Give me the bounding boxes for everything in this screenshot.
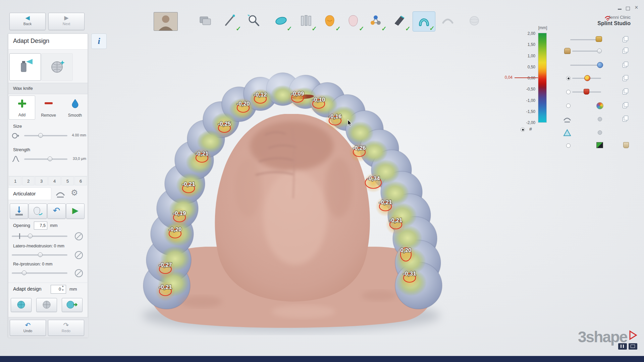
copy-icon[interactable] (623, 75, 629, 81)
colormap-sphere-icon[interactable] (596, 102, 603, 109)
step-gingiva[interactable]: ✓ (342, 11, 365, 32)
measurement-label: -0,21 (182, 181, 195, 187)
surface-tool-button[interactable] (41, 53, 73, 81)
latero-slider-knob[interactable] (38, 252, 43, 257)
play-articulation-button[interactable]: ▶ (66, 203, 85, 219)
legend-hash: # (529, 126, 532, 132)
articulator-visibility-icon[interactable] (563, 115, 572, 123)
material-icon[interactable] (623, 142, 629, 148)
preset-row: 1 2 3 4 5 6 (8, 176, 88, 185)
check-icon: ✓ (381, 25, 387, 33)
step-connectors[interactable]: ✓ (364, 11, 387, 32)
preset-4-button[interactable]: 4 (48, 176, 61, 185)
step-block-out[interactable]: ✓ (388, 11, 411, 32)
step-insertion-direction[interactable]: ✓ (294, 11, 317, 32)
strength-slider-track[interactable] (24, 159, 67, 160)
opening-disable-button[interactable] (75, 232, 83, 240)
smooth-button[interactable]: Smooth (62, 96, 88, 120)
copy-icon[interactable] (623, 116, 629, 122)
remove-button[interactable]: Remove (35, 96, 62, 120)
articulator-settings-gear-icon[interactable]: ⚙ (71, 188, 78, 197)
insertion-toggle-dot[interactable] (598, 130, 602, 135)
reset-articulation-button[interactable]: ↶ (47, 203, 66, 219)
copy-icon[interactable] (623, 48, 629, 54)
colormap-layer-radio[interactable] (566, 104, 571, 108)
texture-icon[interactable] (596, 142, 603, 148)
penetration-layer-radio[interactable] (566, 90, 571, 94)
step-export[interactable] (463, 11, 486, 32)
step-annotate-model[interactable]: ✓ (270, 11, 292, 32)
adapt-spin-up-icon[interactable]: ▴ (62, 284, 64, 288)
penetration-opacity-knob[interactable] (584, 89, 589, 95)
articulator-icon[interactable] (55, 189, 66, 199)
articulator-toggle-dot[interactable] (598, 117, 602, 121)
media-pause-button[interactable] (618, 343, 627, 350)
latero-disable-button[interactable] (75, 251, 83, 259)
opening-input[interactable] (34, 222, 47, 230)
measurement-label: -0,27 (159, 262, 172, 268)
step-design-surface[interactable]: ✓ (318, 11, 341, 32)
minimize-button[interactable] (618, 9, 622, 10)
3d-viewport[interactable]: -0,12-0,09-0,10-0,20-0,16-0,25-0,26-0,21… (0, 0, 644, 362)
preset-6-button[interactable]: 6 (74, 176, 87, 185)
step-prepare-scans[interactable] (194, 11, 217, 32)
adapt-spin-down-icon[interactable]: ▾ (62, 288, 64, 292)
opening-label: Opening (13, 223, 30, 228)
scan-opacity-track[interactable] (570, 65, 601, 66)
patient-photo[interactable] (154, 12, 178, 31)
size-slider-track[interactable] (24, 135, 67, 136)
info-button[interactable]: i (91, 34, 107, 49)
step-finalize[interactable] (436, 11, 459, 32)
preset-3-button[interactable]: 3 (35, 176, 48, 185)
size-slider-knob[interactable] (38, 133, 43, 138)
protrusion-disable-button[interactable] (75, 269, 83, 277)
copy-icon[interactable] (623, 36, 629, 43)
simulate-contacts-button[interactable] (29, 203, 47, 219)
copy-icon[interactable] (623, 88, 629, 95)
step-scan-probe[interactable]: ✓ (219, 11, 241, 32)
step-analyze[interactable] (243, 11, 265, 32)
splint-opacity-knob[interactable] (596, 36, 602, 42)
contacts-layer-radio[interactable] (566, 76, 571, 80)
measurement-label: -0,19 (173, 210, 186, 217)
vendor-logo-triangle-icon (629, 330, 637, 340)
remove-label: Remove (35, 113, 62, 118)
connectors-icon (368, 13, 383, 28)
adapt-design-input[interactable] (51, 285, 66, 294)
articulator-label: Articulator (13, 191, 36, 196)
show-model-button[interactable] (36, 298, 57, 312)
export-splint-button[interactable] (62, 298, 83, 312)
set-occlusion-button[interactable] (10, 203, 28, 219)
copy-icon[interactable] (623, 62, 629, 68)
strength-slider-knob[interactable] (48, 157, 52, 161)
copy-icon[interactable] (623, 102, 629, 109)
media-snapshot-button[interactable] (629, 343, 637, 350)
undo-button[interactable]: ↶ Undo (10, 320, 46, 336)
wax-knife-tool-button[interactable] (9, 53, 41, 81)
antagonist-opacity-knob[interactable] (597, 49, 602, 53)
back-button[interactable]: ◀ Back (9, 13, 46, 30)
antagonist-tooth-icon[interactable] (564, 48, 571, 54)
protrusion-slider-knob[interactable] (22, 270, 26, 275)
preset-5-button[interactable]: 5 (61, 176, 74, 185)
articulator-actions: ↶ ▶ (8, 203, 88, 220)
legend-marker-value: 0,04 (488, 75, 513, 80)
protrusion-slider-track[interactable] (12, 273, 67, 274)
close-button[interactable]: × (635, 4, 638, 11)
texture-layer-radio[interactable] (566, 143, 571, 148)
scan-opacity-knob[interactable] (597, 62, 603, 68)
legend-radio[interactable] (521, 127, 525, 132)
opening-slider-knob[interactable] (28, 234, 33, 238)
step-splint-design[interactable]: ✓ (413, 11, 435, 32)
restore-button[interactable] (626, 7, 630, 10)
preset-1-button[interactable]: 1 (9, 176, 21, 185)
contacts-opacity-knob[interactable] (584, 75, 590, 81)
redo-button[interactable]: ↷ Redo (48, 320, 84, 336)
model-sphere-icon (42, 300, 52, 309)
preset-2-button[interactable]: 2 (22, 176, 35, 185)
insertion-axis-icon[interactable] (563, 129, 572, 137)
show-splint-button[interactable] (11, 298, 32, 312)
insertion-direction-icon (299, 13, 313, 28)
next-button[interactable]: ▶ Next (48, 13, 85, 30)
add-button[interactable]: Add (9, 96, 35, 120)
